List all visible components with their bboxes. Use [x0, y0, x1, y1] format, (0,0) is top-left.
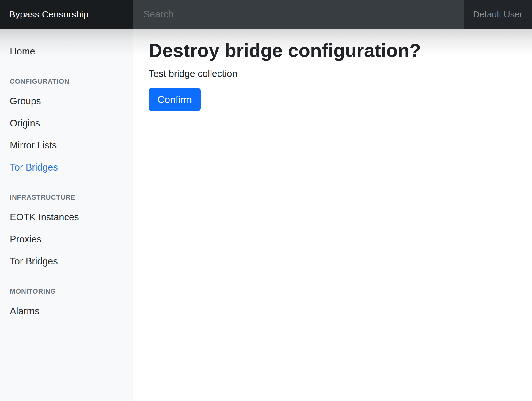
sidebar-item-proxies[interactable]: Proxies	[0, 228, 133, 250]
app-root: Bypass Censorship Default User Home Conf…	[0, 0, 532, 401]
user-menu-label: Default User	[473, 9, 522, 20]
app-brand[interactable]: Bypass Censorship	[0, 0, 133, 29]
page-title: Destroy bridge configuration?	[149, 39, 520, 62]
sidebar-item-tor-bridges[interactable]: Tor Bridges	[0, 156, 133, 178]
page-subtitle: Test bridge collection	[149, 67, 520, 81]
user-menu[interactable]: Default User	[464, 0, 532, 29]
main-content: Destroy bridge configuration? Test bridg…	[133, 29, 532, 401]
sidebar-heading-infrastructure: Infrastructure	[0, 188, 133, 206]
sidebar-heading-configuration: Configuration	[0, 72, 133, 90]
sidebar-item-origins[interactable]: Origins	[0, 112, 133, 134]
sidebar-item-tor-bridges-infra[interactable]: Tor Bridges	[0, 250, 133, 272]
sidebar-nav-list: Home Configuration Groups Origins Mirror…	[0, 29, 133, 322]
search-input[interactable]	[133, 0, 464, 29]
sidebar-item-mirror-lists[interactable]: Mirror Lists	[0, 134, 133, 156]
sidebar-item-eotk-instances[interactable]: EOTK Instances	[0, 206, 133, 228]
sidebar-heading-monitoring: Monitoring	[0, 282, 133, 300]
sidebar-item-alarms[interactable]: Alarms	[0, 300, 133, 322]
confirm-button[interactable]: Confirm	[149, 88, 201, 111]
sidebar: Home Configuration Groups Origins Mirror…	[0, 29, 133, 401]
top-navbar: Bypass Censorship Default User	[0, 0, 532, 29]
sidebar-item-home[interactable]: Home	[0, 40, 133, 62]
sidebar-item-groups[interactable]: Groups	[0, 90, 133, 112]
